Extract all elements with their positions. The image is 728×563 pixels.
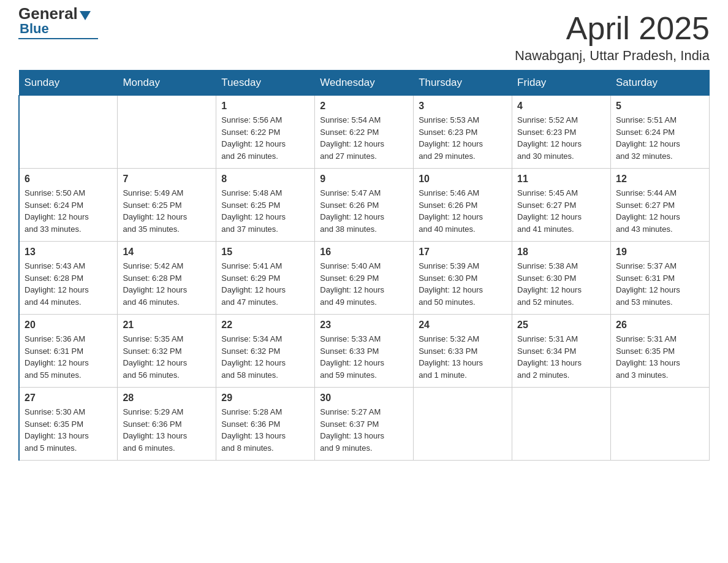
day-number: 22 [221,320,309,331]
day-info: Sunrise: 5:32 AM Sunset: 6:33 PM Dayligh… [419,333,507,381]
day-info: Sunrise: 5:29 AM Sunset: 6:36 PM Dayligh… [123,406,211,454]
day-info: Sunrise: 5:54 AM Sunset: 6:22 PM Dayligh… [320,114,408,162]
day-number: 9 [320,174,408,185]
day-number: 17 [419,247,507,258]
calendar-cell: 16Sunrise: 5:40 AM Sunset: 6:29 PM Dayli… [315,242,414,315]
day-info: Sunrise: 5:28 AM Sunset: 6:36 PM Dayligh… [221,406,309,454]
day-info: Sunrise: 5:38 AM Sunset: 6:30 PM Dayligh… [517,260,605,308]
calendar-cell [611,388,710,461]
day-number: 5 [616,101,704,112]
day-info: Sunrise: 5:27 AM Sunset: 6:37 PM Dayligh… [320,406,408,454]
title-area: April 2025 Nawabganj, Uttar Pradesh, Ind… [515,12,710,64]
col-header-thursday: Thursday [414,71,512,96]
calendar-cell [19,96,118,169]
calendar-cell: 30Sunrise: 5:27 AM Sunset: 6:37 PM Dayli… [315,388,414,461]
day-number: 11 [517,174,605,185]
calendar-cell: 20Sunrise: 5:36 AM Sunset: 6:31 PM Dayli… [19,315,118,388]
day-number: 24 [419,320,507,331]
day-info: Sunrise: 5:36 AM Sunset: 6:31 PM Dayligh… [25,333,112,381]
day-number: 15 [221,247,309,258]
day-info: Sunrise: 5:31 AM Sunset: 6:34 PM Dayligh… [517,333,605,381]
day-info: Sunrise: 5:34 AM Sunset: 6:32 PM Dayligh… [221,333,309,381]
calendar-cell: 2Sunrise: 5:54 AM Sunset: 6:22 PM Daylig… [315,96,414,169]
day-info: Sunrise: 5:39 AM Sunset: 6:30 PM Dayligh… [419,260,507,308]
day-number: 23 [320,320,408,331]
logo-arrow-icon [80,11,91,20]
calendar-cell: 1Sunrise: 5:56 AM Sunset: 6:22 PM Daylig… [216,96,315,169]
day-number: 28 [123,393,211,404]
calendar-cell: 23Sunrise: 5:33 AM Sunset: 6:33 PM Dayli… [315,315,414,388]
day-info: Sunrise: 5:51 AM Sunset: 6:24 PM Dayligh… [616,114,704,162]
calendar-cell [414,388,512,461]
day-info: Sunrise: 5:30 AM Sunset: 6:35 PM Dayligh… [25,406,112,454]
day-number: 18 [517,247,605,258]
calendar-cell: 26Sunrise: 5:31 AM Sunset: 6:35 PM Dayli… [611,315,710,388]
calendar-cell: 27Sunrise: 5:30 AM Sunset: 6:35 PM Dayli… [19,388,118,461]
day-number: 27 [25,393,112,404]
calendar-cell: 22Sunrise: 5:34 AM Sunset: 6:32 PM Dayli… [216,315,315,388]
calendar-cell: 24Sunrise: 5:32 AM Sunset: 6:33 PM Dayli… [414,315,512,388]
col-header-friday: Friday [512,71,611,96]
calendar-week-row: 1Sunrise: 5:56 AM Sunset: 6:22 PM Daylig… [19,96,710,169]
calendar-cell: 7Sunrise: 5:49 AM Sunset: 6:25 PM Daylig… [118,169,216,242]
day-number: 16 [320,247,408,258]
calendar-week-row: 13Sunrise: 5:43 AM Sunset: 6:28 PM Dayli… [19,242,710,315]
calendar-cell: 28Sunrise: 5:29 AM Sunset: 6:36 PM Dayli… [118,388,216,461]
calendar-cell: 12Sunrise: 5:44 AM Sunset: 6:27 PM Dayli… [611,169,710,242]
calendar-cell: 18Sunrise: 5:38 AM Sunset: 6:30 PM Dayli… [512,242,611,315]
calendar-cell: 11Sunrise: 5:45 AM Sunset: 6:27 PM Dayli… [512,169,611,242]
calendar-cell: 6Sunrise: 5:50 AM Sunset: 6:24 PM Daylig… [19,169,118,242]
calendar-week-row: 27Sunrise: 5:30 AM Sunset: 6:35 PM Dayli… [19,388,710,461]
day-info: Sunrise: 5:40 AM Sunset: 6:29 PM Dayligh… [320,260,408,308]
calendar-cell: 4Sunrise: 5:52 AM Sunset: 6:23 PM Daylig… [512,96,611,169]
calendar-cell: 3Sunrise: 5:53 AM Sunset: 6:23 PM Daylig… [414,96,512,169]
day-number: 8 [221,174,309,185]
day-number: 14 [123,247,211,258]
calendar-week-row: 6Sunrise: 5:50 AM Sunset: 6:24 PM Daylig… [19,169,710,242]
calendar-cell: 14Sunrise: 5:42 AM Sunset: 6:28 PM Dayli… [118,242,216,315]
day-info: Sunrise: 5:56 AM Sunset: 6:22 PM Dayligh… [221,114,309,162]
day-info: Sunrise: 5:52 AM Sunset: 6:23 PM Dayligh… [517,114,605,162]
calendar-cell [512,388,611,461]
calendar-cell: 17Sunrise: 5:39 AM Sunset: 6:30 PM Dayli… [414,242,512,315]
logo-divider [18,38,98,39]
day-info: Sunrise: 5:53 AM Sunset: 6:23 PM Dayligh… [419,114,507,162]
day-number: 2 [320,101,408,112]
day-info: Sunrise: 5:49 AM Sunset: 6:25 PM Dayligh… [123,187,211,235]
calendar-cell: 25Sunrise: 5:31 AM Sunset: 6:34 PM Dayli… [512,315,611,388]
day-number: 6 [25,174,112,185]
day-info: Sunrise: 5:46 AM Sunset: 6:26 PM Dayligh… [419,187,507,235]
day-number: 21 [123,320,211,331]
logo: General General Blue [18,12,98,39]
col-header-monday: Monday [118,71,216,96]
day-number: 4 [517,101,605,112]
day-info: Sunrise: 5:48 AM Sunset: 6:25 PM Dayligh… [221,187,309,235]
calendar-cell: 29Sunrise: 5:28 AM Sunset: 6:36 PM Dayli… [216,388,315,461]
day-number: 30 [320,393,408,404]
day-number: 29 [221,393,309,404]
day-number: 7 [123,174,211,185]
calendar-week-row: 20Sunrise: 5:36 AM Sunset: 6:31 PM Dayli… [19,315,710,388]
day-info: Sunrise: 5:31 AM Sunset: 6:35 PM Dayligh… [616,333,704,381]
col-header-sunday: Sunday [19,71,118,96]
day-info: Sunrise: 5:47 AM Sunset: 6:26 PM Dayligh… [320,187,408,235]
day-info: Sunrise: 5:42 AM Sunset: 6:28 PM Dayligh… [123,260,211,308]
day-number: 13 [25,247,112,258]
day-info: Sunrise: 5:45 AM Sunset: 6:27 PM Dayligh… [517,187,605,235]
day-info: Sunrise: 5:37 AM Sunset: 6:31 PM Dayligh… [616,260,704,308]
calendar-table: SundayMondayTuesdayWednesdayThursdayFrid… [18,70,710,461]
calendar-cell [118,96,216,169]
calendar-cell: 21Sunrise: 5:35 AM Sunset: 6:32 PM Dayli… [118,315,216,388]
day-info: Sunrise: 5:44 AM Sunset: 6:27 PM Dayligh… [616,187,704,235]
col-header-wednesday: Wednesday [315,71,414,96]
day-number: 12 [616,174,704,185]
location-title: Nawabganj, Uttar Pradesh, India [515,48,710,64]
logo-blue-text: Blue [20,21,49,36]
calendar-cell: 8Sunrise: 5:48 AM Sunset: 6:25 PM Daylig… [216,169,315,242]
day-number: 19 [616,247,704,258]
day-number: 10 [419,174,507,185]
calendar-cell: 19Sunrise: 5:37 AM Sunset: 6:31 PM Dayli… [611,242,710,315]
day-info: Sunrise: 5:41 AM Sunset: 6:29 PM Dayligh… [221,260,309,308]
calendar-cell: 10Sunrise: 5:46 AM Sunset: 6:26 PM Dayli… [414,169,512,242]
day-info: Sunrise: 5:33 AM Sunset: 6:33 PM Dayligh… [320,333,408,381]
